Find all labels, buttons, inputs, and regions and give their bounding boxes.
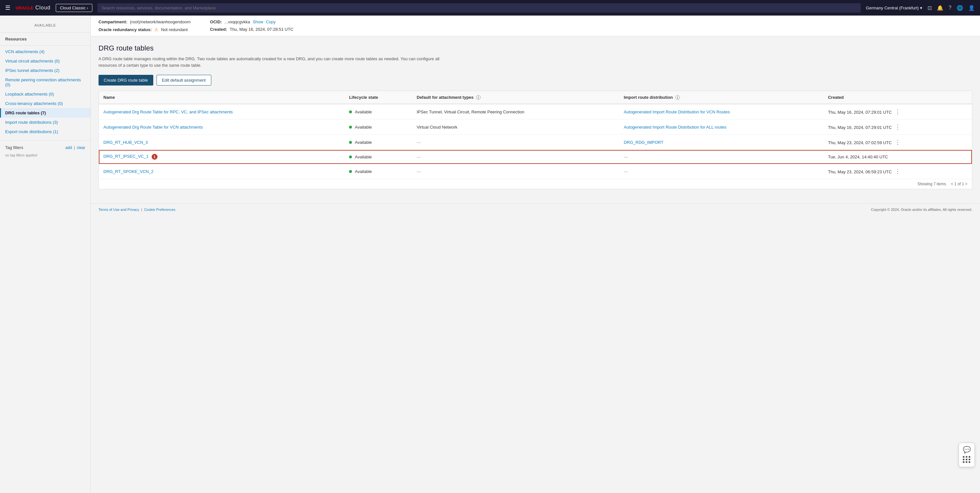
row4-badge: 1: [152, 154, 158, 160]
sidebar-item-loopback-attachments[interactable]: Loopback attachments (0): [0, 89, 91, 99]
ocid-value: ...vxqqcgvkka: [224, 19, 250, 24]
top-navigation: ☰ ORACLE Cloud Cloud Classic › Germany C…: [0, 0, 980, 16]
notifications-icon[interactable]: 🔔: [937, 5, 943, 11]
ocid-show-link[interactable]: Show: [253, 19, 264, 24]
main-layout: AVAILABLE Resources VCN attachments (4) …: [0, 16, 980, 493]
sidebar-item-virtual-circuit-attachments[interactable]: Virtual circuit attachments (0): [0, 56, 91, 66]
region-selector[interactable]: Germany Central (Frankfurt) ▾: [866, 5, 922, 10]
row3-import-route-link[interactable]: DRG_RDG_IMPORT: [624, 140, 664, 145]
left-info-col: Compartment: (root)/network/iwanhoogendo…: [99, 19, 191, 32]
row3-created: Thu, May 23, 2024, 07:02:59 UTC ⋮: [824, 135, 972, 150]
row5-menu-button[interactable]: ⋮: [893, 168, 902, 175]
row4-import-route: —: [619, 150, 824, 164]
row1-created: Thu, May 16, 2024, 07:29:01 UTC ⋮: [824, 104, 972, 119]
sidebar-item-remote-peering-attachments[interactable]: Remote peering connection attachments (0…: [0, 75, 91, 89]
table-row: DRG_RT_SPOKE_VCN_2 Available — — Thu, Ma…: [99, 164, 972, 179]
row4-name-link[interactable]: DRG_RT_IPSEC_VC_1: [103, 154, 148, 159]
row4-name: DRG_RT_IPSEC_VC_1 1: [99, 150, 345, 164]
row2-created: Thu, May 16, 2024, 07:29:01 UTC ⋮: [824, 119, 972, 135]
hamburger-menu[interactable]: ☰: [5, 4, 10, 11]
compartment-label: Compartment:: [99, 19, 127, 24]
col-lifecycle: Lifecycle state: [345, 91, 412, 104]
row1-default-attachment: IPSec Tunnel, Virtual Circuit, Remote Pe…: [412, 104, 619, 119]
no-filters-label: no tag filters applied: [0, 153, 91, 160]
row4-status-dot: [349, 155, 352, 159]
tag-filters-row: Tag filters add | clear: [0, 142, 91, 153]
footer-right: Copyright © 2024, Oracle and/or its affi…: [871, 208, 972, 211]
cloud-classic-button[interactable]: Cloud Classic ›: [56, 4, 92, 12]
main-content: Compartment: (root)/network/iwanhoogendo…: [91, 16, 980, 493]
widget-chat-icon[interactable]: 💬: [963, 446, 971, 453]
redundancy-row: Oracle redundancy status: ⚠ Not redundan…: [99, 27, 191, 32]
row1-lifecycle: Available: [345, 104, 412, 119]
table-row: Autogenerated Drg Route Table for RPC, V…: [99, 104, 972, 119]
default-attachment-info-icon[interactable]: i: [476, 95, 480, 100]
row3-default-attachment: —: [412, 135, 619, 150]
tag-clear-link[interactable]: clear: [77, 146, 85, 150]
row1-name-link[interactable]: Autogenerated Drg Route Table for RPC, V…: [103, 109, 233, 114]
nav-right-controls: Germany Central (Frankfurt) ▾ ⊡ 🔔 ? 🌐 👤: [866, 5, 975, 11]
sidebar-item-vcn-attachments[interactable]: VCN attachments (4): [0, 47, 91, 56]
col-name: Name: [99, 91, 345, 104]
sidebar-item-drg-route-tables[interactable]: DRG route tables (7): [0, 108, 91, 117]
right-info-col: OCID: ...vxqqcgvkka Show Copy Created: T…: [210, 19, 293, 32]
tag-add-link[interactable]: add: [65, 146, 72, 150]
sidebar: AVAILABLE Resources VCN attachments (4) …: [0, 16, 91, 493]
table-row: DRG_RT_HUB_VCN_3 Available — DRG_RDG_IMP…: [99, 135, 972, 150]
widget-grid-icon: [961, 455, 972, 464]
col-default-attachment: Default for attachment types i: [412, 91, 619, 104]
row2-name: Autogenerated Drg Route Table for VCN at…: [99, 119, 345, 135]
footer-left: Terms of Use and Privacy | Cookie Prefer…: [99, 208, 175, 211]
compartment-row: Compartment: (root)/network/iwanhoogendo…: [99, 19, 191, 24]
row3-name-link[interactable]: DRG_RT_HUB_VCN_3: [103, 140, 148, 145]
row3-menu-button[interactable]: ⋮: [893, 138, 902, 146]
profile-icon[interactable]: 👤: [968, 5, 975, 11]
row2-import-route-link[interactable]: Autogenerated Import Route Distribution …: [624, 125, 727, 130]
row3-status-dot: [349, 141, 352, 144]
row2-name-link[interactable]: Autogenerated Drg Route Table for VCN at…: [103, 125, 203, 130]
region-chevron-icon: ▾: [920, 5, 922, 10]
warning-icon: ⚠: [154, 27, 159, 32]
cookie-preferences-link[interactable]: Cookie Preferences: [144, 208, 175, 211]
oracle-logo-text: ORACLE: [16, 5, 33, 10]
row5-name-link[interactable]: DRG_RT_SPOKE_VCN_2: [103, 169, 153, 174]
sidebar-resources-label: Resources: [0, 34, 91, 44]
row2-menu-button[interactable]: ⋮: [893, 123, 902, 131]
redundancy-label: Oracle redundancy status:: [99, 27, 152, 32]
edit-default-assignment-button[interactable]: Edit default assignment: [156, 75, 211, 86]
showing-text: Showing 7 items: [918, 182, 946, 186]
sidebar-item-import-route-distributions[interactable]: Import route distributions (3): [0, 117, 91, 127]
global-search-input[interactable]: [97, 3, 861, 13]
tag-filters-actions: add | clear: [65, 146, 85, 150]
oracle-logo: ORACLE Cloud: [16, 5, 51, 11]
ocid-copy-link[interactable]: Copy: [266, 19, 275, 24]
col-created: Created: [824, 91, 972, 104]
page-body: DRG route tables A DRG route table manag…: [91, 36, 980, 197]
import-route-info-icon[interactable]: i: [675, 95, 680, 100]
row1-import-route-link[interactable]: Autogenerated Import Route Distribution …: [624, 109, 730, 114]
pagination[interactable]: < 1 of 1 >: [951, 182, 967, 186]
create-drg-route-table-button[interactable]: Create DRG route table: [99, 75, 153, 86]
ocid-row: OCID: ...vxqqcgvkka Show Copy: [210, 19, 293, 24]
console-icon[interactable]: ⊡: [928, 5, 932, 11]
ocid-label: OCID:: [210, 19, 222, 24]
tag-separator: |: [74, 146, 75, 150]
row1-menu-button[interactable]: ⋮: [893, 108, 902, 116]
row4-default-attachment: —: [412, 150, 619, 164]
page-description: A DRG route table manages routing within…: [99, 56, 455, 68]
sidebar-item-ipsec-tunnel-attachments[interactable]: IPSec tunnel attachments (2): [0, 66, 91, 75]
row3-import-route: DRG_RDG_IMPORT: [619, 135, 824, 150]
sidebar-item-cross-tenancy-attachments[interactable]: Cross-tenancy attachments (0): [0, 99, 91, 108]
floating-widget[interactable]: 💬: [959, 443, 975, 467]
row5-status-dot: [349, 170, 352, 173]
sidebar-item-export-route-distributions[interactable]: Export route distributions (1): [0, 127, 91, 136]
language-icon[interactable]: 🌐: [957, 5, 963, 11]
terms-link[interactable]: Terms of Use and Privacy: [99, 208, 139, 211]
row5-lifecycle: Available: [345, 164, 412, 179]
help-icon[interactable]: ?: [948, 5, 951, 11]
col-import-route: Import route distribution i: [619, 91, 824, 104]
row2-status-dot: [349, 126, 352, 128]
row4-created: Tue, Jun 4, 2024, 14:40:40 UTC: [824, 150, 972, 164]
row5-name: DRG_RT_SPOKE_VCN_2: [99, 164, 345, 179]
row5-created: Thu, May 23, 2024, 06:59:23 UTC ⋮: [824, 164, 972, 179]
